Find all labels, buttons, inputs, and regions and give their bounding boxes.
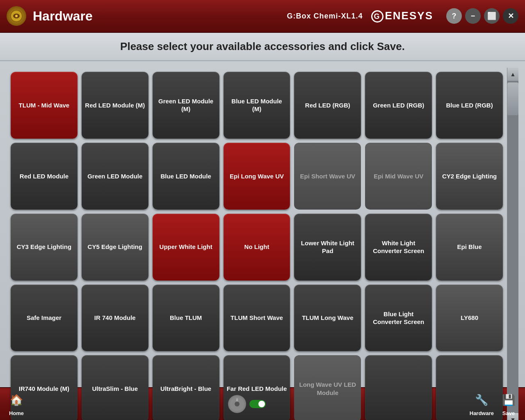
save-icon: 💾 <box>500 392 517 409</box>
grid-container: TLUM - Mid WaveRed LED Module (M)Green L… <box>7 68 507 420</box>
accessory-item-blue-led-rgb[interactable]: Blue LED (RGB) <box>436 72 503 139</box>
accessory-item-ultraslim-blue[interactable]: UltraSlim - Blue <box>82 355 148 420</box>
save-label: Save <box>502 410 515 416</box>
grid-area: TLUM - Mid WaveRed LED Module (M)Green L… <box>0 61 525 420</box>
accessory-item-tlum-mid-wave[interactable]: TLUM - Mid Wave <box>11 72 78 139</box>
hardware-label: Hardware <box>470 410 494 416</box>
accessory-item-red-led-module-m[interactable]: Red LED Module (M) <box>82 72 148 139</box>
accessory-item-epi-blue[interactable]: Epi Blue <box>436 214 503 281</box>
accessory-item-blue-light-converter-screen[interactable]: Blue Light Converter Screen <box>365 285 432 352</box>
svg-point-2 <box>15 15 18 17</box>
scroll-track <box>507 81 518 413</box>
accessories-grid: TLUM - Mid WaveRed LED Module (M)Green L… <box>7 68 507 420</box>
footer-center <box>228 395 266 413</box>
accessory-item-tlum-short-wave[interactable]: TLUM Short Wave <box>224 285 290 352</box>
home-icon: 🏠 <box>8 392 25 409</box>
home-label: Home <box>9 410 24 416</box>
minimize-button[interactable]: − <box>465 8 481 24</box>
center-icon <box>228 395 246 413</box>
maximize-button[interactable]: ⬜ <box>484 8 500 24</box>
accessory-item-green-led-rgb[interactable]: Green LED (RGB) <box>365 72 432 139</box>
scroll-thumb[interactable] <box>507 82 518 115</box>
close-button[interactable]: ✕ <box>503 8 518 24</box>
product-name: G:Box Chemi-XL1.4 <box>287 12 363 21</box>
accessory-item-empty1[interactable] <box>365 355 432 420</box>
scroll-up-button[interactable]: ▲ <box>507 68 518 81</box>
accessory-item-blue-tlum[interactable]: Blue TLUM <box>153 285 219 352</box>
save-button[interactable]: 💾 Save <box>500 392 517 416</box>
accessory-item-green-led-module[interactable]: Green LED Module <box>82 143 148 210</box>
app-title: Hardware <box>33 9 287 24</box>
accessory-item-cy5-edge-lighting[interactable]: CY5 Edge Lighting <box>82 214 148 281</box>
accessory-item-no-light[interactable]: No Light <box>224 214 290 281</box>
home-button[interactable]: 🏠 Home <box>8 392 25 416</box>
accessory-item-tlum-long-wave[interactable]: TLUM Long Wave <box>294 285 361 352</box>
accessory-item-epi-long-wave-uv[interactable]: Epi Long Wave UV <box>224 143 290 210</box>
svg-rect-5 <box>236 398 238 402</box>
genesys-logo: GENESYS <box>371 9 434 23</box>
accessory-item-safe-imager[interactable]: Safe Imager <box>11 285 78 352</box>
help-button[interactable]: ? <box>446 8 462 24</box>
accessory-item-epi-mid-wave-uv[interactable]: Epi Mid Wave UV <box>365 143 432 210</box>
hardware-icon: 🔧 <box>473 392 490 409</box>
accessory-item-ultrabright-blue[interactable]: UltraBright - Blue <box>153 355 219 420</box>
toggle-switch[interactable] <box>249 400 266 408</box>
accessory-item-white-light-converter-screen[interactable]: White Light Converter Screen <box>365 214 432 281</box>
accessory-item-ly680[interactable]: LY680 <box>436 285 503 352</box>
accessory-item-cy2-edge-lighting[interactable]: CY2 Edge Lighting <box>436 143 503 210</box>
accessory-item-blue-led-module-m[interactable]: Blue LED Module (M) <box>224 72 290 139</box>
instruction-bar: Please select your available accessories… <box>0 33 525 61</box>
accessory-item-upper-white-light[interactable]: Upper White Light <box>153 214 219 281</box>
footer-right: 🔧 Hardware 💾 Save <box>470 392 517 416</box>
instruction-text: Please select your available accessories… <box>0 40 525 53</box>
accessory-item-lower-white-light-pad[interactable]: Lower White Light Pad <box>294 214 361 281</box>
svg-point-4 <box>235 402 240 406</box>
accessory-item-blue-led-module[interactable]: Blue LED Module <box>153 143 219 210</box>
titlebar: Hardware G:Box Chemi-XL1.4 GENESYS ? − ⬜… <box>0 0 525 33</box>
accessory-item-cy3-edge-lighting[interactable]: CY3 Edge Lighting <box>11 214 78 281</box>
accessory-item-red-led-rgb[interactable]: Red LED (RGB) <box>294 72 361 139</box>
hardware-footer-button[interactable]: 🔧 Hardware <box>470 392 494 416</box>
accessory-item-red-led-module[interactable]: Red LED Module <box>11 143 78 210</box>
accessory-item-green-led-module-m[interactable]: Green LED Module (M) <box>153 72 219 139</box>
accessory-item-epi-short-wave-uv[interactable]: Epi Short Wave UV <box>294 143 361 210</box>
scrollbar: ▲ ▼ <box>507 68 518 420</box>
main-content: Please select your available accessories… <box>0 33 525 387</box>
app-logo <box>7 6 26 26</box>
accessory-item-long-wave-uv-led-module[interactable]: Long Wave UV LED Module <box>294 355 361 420</box>
accessory-item-ir-740-module[interactable]: IR 740 Module <box>82 285 148 352</box>
